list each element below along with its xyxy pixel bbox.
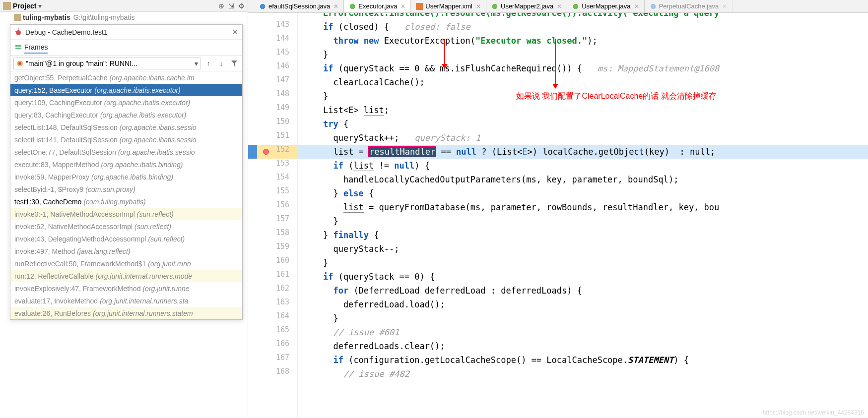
stack-frame[interactable]: runReflectiveCall:50, FrameworkMethod$1(… [10,257,242,270]
code-line[interactable]: } [298,48,868,61]
project-label[interactable]: Project [13,2,36,10]
code-line[interactable]: list = resultHandler == null ? (List<E>)… [298,145,868,159]
code-line[interactable]: clearLocalCache(); [298,75,868,89]
code-line[interactable]: } [298,256,868,270]
tab-close-icon[interactable]: ✕ [334,3,338,10]
collapse-icon[interactable]: ⇲ [228,2,234,10]
editor-tab[interactable]: efaultSqlSession.java✕ [254,0,344,12]
stack-frame[interactable]: invoke:59, MapperProxy(org.apache.ibatis… [10,171,242,183]
line-number[interactable]: 155 [260,186,289,195]
stack-frame[interactable]: evaluate:17, InvokeMethod(org.junit.inte… [10,295,242,307]
code-surface[interactable]: ErrorContext.instance().resource(ms.getR… [298,13,868,418]
code-line[interactable]: List<E> list; [298,103,868,117]
code-line[interactable]: // issue #482 [298,367,868,381]
line-number[interactable]: 142 [260,13,289,15]
line-number[interactable]: 149 [260,103,289,112]
line-number[interactable]: 158 [260,228,289,237]
code-line[interactable]: if (configuration.getLocalCacheScope() =… [298,353,868,367]
gutter[interactable]: 1421431441451461471481491501511521531541… [248,13,298,418]
stack-frame[interactable]: query:109, CachingExecutor(org.apache.ib… [10,96,242,109]
line-number[interactable]: 159 [260,242,289,251]
line-number[interactable]: 161 [260,270,289,279]
editor-tab[interactable]: UserMapper.xml✕ [411,0,486,12]
editor-tab[interactable]: Executor.java✕ [344,0,411,12]
line-number[interactable]: 151 [260,131,289,140]
stack-frame[interactable]: selectByid:-1, $Proxy9(com.sun.proxy) [10,183,242,195]
code-line[interactable]: deferredLoads.clear(); [298,339,868,353]
stack-frame[interactable]: getObject:55, PerpetualCache(org.apache.… [10,71,242,84]
tab-close-icon[interactable]: ✕ [401,3,405,10]
code-line[interactable]: } else { [298,186,868,200]
stack-frame[interactable]: evaluate:26, RunBefores(org.junit.intern… [10,307,242,319]
line-number[interactable]: 160 [260,256,289,265]
code-line[interactable]: } [298,311,868,325]
line-number[interactable]: 157 [260,214,289,223]
stack-frame[interactable]: invokeExplosively:47, FrameworkMethod(or… [10,282,242,295]
code-line[interactable]: handleLocallyCachedOutputParameters(ms, … [298,173,868,186]
line-number[interactable]: 144 [260,34,289,43]
tab-close-icon[interactable]: ✕ [557,3,562,10]
code-line[interactable]: if (closed) { closed: false [298,20,868,34]
code-line[interactable]: queryStack++; queryStack: 1 [298,131,868,145]
editor-tab[interactable]: UserMapper.java✕ [567,0,644,12]
locate-icon[interactable]: ⊕ [218,2,224,10]
breadcrumb-name[interactable]: tuling-mybatis [23,13,70,21]
code-line[interactable]: if (queryStack == 0 && ms.isFlushCacheRe… [298,61,868,75]
line-number[interactable]: 167 [260,353,289,362]
editor-tab[interactable]: UserMapper2.java✕ [486,0,567,12]
code-line[interactable]: list = queryFromDatabase(ms, parameter, … [298,200,868,214]
gear-icon[interactable]: ⚙ [238,2,245,10]
line-number[interactable]: 147 [260,75,289,84]
arrow-down-icon[interactable]: ↓ [216,59,226,68]
code-line[interactable]: for (DeferredLoad deferredLoad : deferre… [298,284,868,298]
stack-frame[interactable]: query:83, CachingExecutor(org.apache.iba… [10,109,242,121]
line-number[interactable]: 156 [260,200,289,209]
tab-close-icon[interactable]: ✕ [722,3,727,10]
stack-frame[interactable]: selectOne:77, DefaultSqlSession(org.apac… [10,146,242,158]
code-line[interactable]: if (list != null) { [298,159,868,173]
stack-frame[interactable]: query:152, BaseExecutor(org.apache.ibati… [10,84,242,96]
code-line[interactable]: if (queryStack == 0) { [298,270,868,284]
debug-titlebar[interactable]: Debug - CacheDemo.test1 ✕ [10,25,242,40]
stack-frame[interactable]: selectList:141, DefaultSqlSession(org.ap… [10,133,242,146]
line-number[interactable]: 146 [260,61,289,70]
line-number[interactable]: 166 [260,339,289,348]
stack-frame[interactable]: invoke:43, DelegatingMethodAccessorImpl(… [10,233,242,245]
line-number[interactable]: 154 [260,173,289,181]
line-number[interactable]: 163 [260,298,289,306]
line-number[interactable]: 165 [260,325,289,334]
stack-frame[interactable]: invoke0:-1, NativeMethodAccessorImpl(sun… [10,208,242,220]
tab-close-icon[interactable]: ✕ [476,3,481,10]
chevron-down-icon[interactable]: ▾ [38,2,42,10]
arrow-up-icon[interactable]: ↑ [203,59,213,68]
tab-close-icon[interactable]: ✕ [634,3,639,10]
code-line[interactable]: ErrorContext.instance().resource(ms.getR… [298,13,868,20]
stack-frame[interactable]: run:12, ReflectiveCallable(org.junit.int… [10,270,242,282]
code-line[interactable]: throw new ExecutorException("Executor wa… [298,34,868,48]
line-number[interactable]: 152 [260,145,289,154]
line-number[interactable]: 150 [260,117,289,126]
stack-frame[interactable]: execute:83, MapperMethod(org.apache.ibat… [10,158,242,171]
line-number[interactable]: 164 [260,311,289,320]
line-number[interactable]: 145 [260,48,289,57]
code-line[interactable]: } finally { [298,228,868,242]
line-number[interactable]: 153 [260,159,289,168]
code-line[interactable]: try { [298,117,868,131]
line-number[interactable]: 148 [260,89,289,98]
stack-frame[interactable]: invoke:62, NativeMethodAccessorImpl(sun.… [10,220,242,233]
close-icon[interactable]: ✕ [232,27,238,37]
code-line[interactable]: // issue #601 [298,325,868,339]
code-line[interactable]: } [298,214,868,228]
code-line[interactable]: queryStack--; [298,242,868,256]
stack-frame[interactable]: invoke:497, Method(java.lang.reflect) [10,245,242,257]
line-number[interactable]: 162 [260,284,289,293]
line-number[interactable]: 168 [260,367,289,376]
stack-frame[interactable]: test1:30, CacheDemo(com.tuling.mybatis) [10,195,242,208]
frames-label[interactable]: Frames [24,43,48,54]
filter-icon[interactable] [229,59,239,68]
editor-tab[interactable]: PerpetualCache.java✕ [645,0,733,12]
line-number[interactable]: 143 [260,20,289,29]
code-line[interactable]: deferredLoad.load(); [298,298,868,311]
editor-area[interactable]: 1421431441451461471481491501511521531541… [248,13,868,418]
stack-frame[interactable]: selectList:148, DefaultSqlSession(org.ap… [10,121,242,133]
